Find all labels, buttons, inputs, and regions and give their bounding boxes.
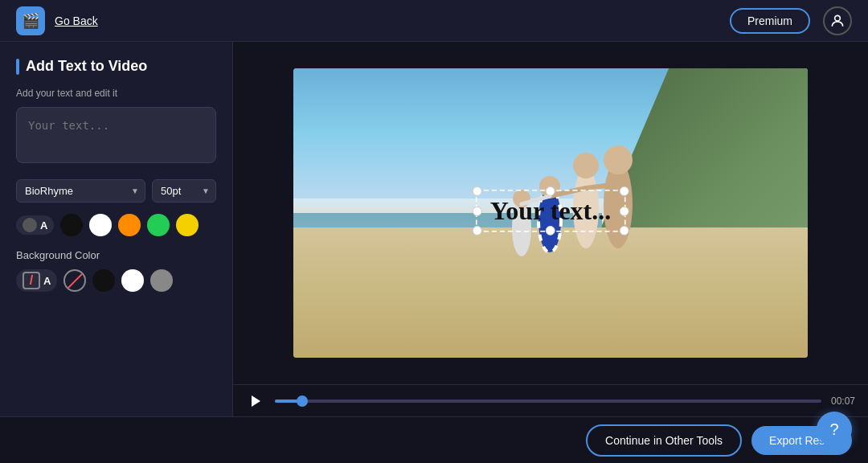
text-style-toggle[interactable]: A (16, 215, 54, 235)
go-back-link[interactable]: Go Back (55, 14, 98, 27)
progress-thumb[interactable] (297, 395, 308, 407)
svg-point-0 (835, 15, 841, 21)
text-overlay[interactable]: Your text... (476, 190, 626, 232)
bg-swatch-gray[interactable] (150, 269, 173, 292)
size-select-wrapper: 12pt 24pt 36pt 50pt 72pt ▼ (152, 179, 216, 203)
help-button[interactable]: ? (817, 412, 852, 447)
background-color-label: Background Color (16, 249, 216, 261)
app-logo-icon: 🎬 (22, 12, 39, 30)
continue-button[interactable]: Continue in Other Tools (586, 424, 742, 457)
size-select[interactable]: 12pt 24pt 36pt 50pt 72pt (152, 179, 216, 203)
bg-swatch-none[interactable] (63, 269, 86, 292)
color-swatch-white[interactable] (89, 214, 112, 236)
user-icon (829, 13, 845, 29)
time-total: 00:07 (831, 395, 855, 407)
video-controls: 00:07 (233, 384, 868, 416)
handle-bottom-right[interactable] (619, 226, 628, 236)
handle-top-middle[interactable] (546, 186, 555, 196)
sidebar-title: Add Text to Video (16, 58, 216, 75)
video-canvas: Your text... (233, 42, 868, 384)
bg-toggle-a-label: A (43, 275, 51, 287)
svg-point-4 (573, 153, 599, 178)
overlay-text: Your text... (490, 196, 612, 225)
handle-top-left[interactable] (473, 186, 482, 196)
bg-swatch-white[interactable] (121, 269, 144, 292)
svg-point-2 (604, 145, 633, 174)
bg-color-row: A (16, 269, 216, 292)
sidebar: Add Text to Video Add your text and edit… (0, 42, 233, 416)
text-color-row: A (16, 214, 216, 236)
progress-bar[interactable] (275, 399, 821, 403)
text-section-label: Add your text and edit it (16, 88, 216, 99)
app-logo: 🎬 (16, 6, 45, 35)
help-icon: ? (829, 420, 838, 439)
toggle-a-label: A (40, 219, 47, 232)
header-left: 🎬 Go Back (16, 6, 98, 35)
font-size-row: BioRhyme Arial Georgia Roboto ▼ 12pt 24p… (16, 179, 216, 203)
video-frame: Your text... (293, 68, 808, 358)
video-container: Your text... (233, 42, 868, 416)
svg-marker-13 (252, 395, 260, 407)
handle-middle-left[interactable] (473, 206, 482, 215)
bottom-bar: Continue in Other Tools Export Res... (0, 416, 868, 463)
font-select-wrapper: BioRhyme Arial Georgia Roboto ▼ (16, 179, 145, 203)
user-avatar-button[interactable] (823, 6, 852, 35)
main-content: Add Text to Video Add your text and edit… (0, 42, 868, 416)
bg-toggle-slash (23, 272, 40, 289)
font-select[interactable]: BioRhyme Arial Georgia Roboto (16, 179, 145, 203)
handle-bottom-middle[interactable] (546, 226, 555, 236)
color-swatch-yellow[interactable] (176, 214, 199, 236)
header-right: Premium (730, 6, 852, 35)
play-icon (249, 395, 262, 408)
handle-top-right[interactable] (619, 186, 628, 196)
play-button[interactable] (246, 391, 265, 411)
handle-middle-right[interactable] (619, 206, 628, 215)
color-swatch-green[interactable] (147, 214, 170, 236)
handle-bottom-left[interactable] (473, 226, 482, 236)
text-input[interactable] (16, 107, 216, 163)
color-swatch-orange[interactable] (118, 214, 141, 236)
color-swatch-black[interactable] (60, 214, 83, 236)
premium-button[interactable]: Premium (730, 8, 810, 34)
header: 🎬 Go Back Premium (0, 0, 868, 42)
bg-style-toggle[interactable]: A (16, 269, 57, 292)
toggle-circle (23, 218, 37, 232)
bg-swatch-black[interactable] (92, 269, 115, 292)
